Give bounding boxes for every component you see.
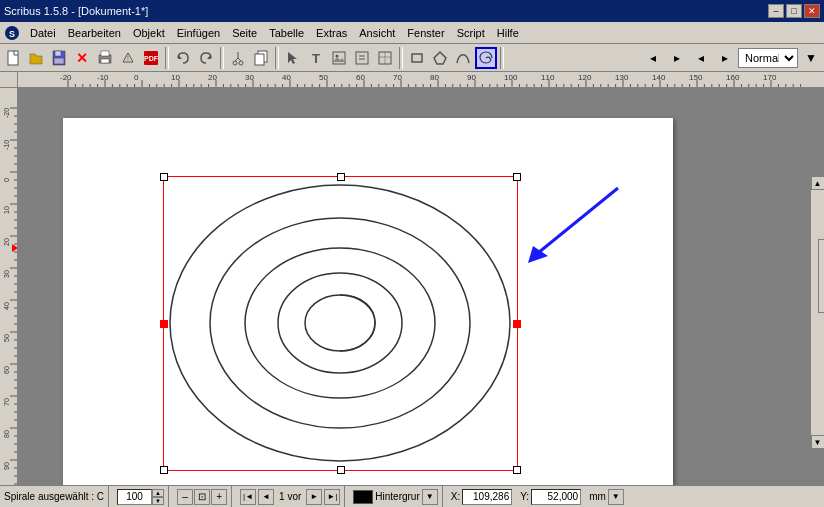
zoom-out-button[interactable]: – <box>177 489 193 505</box>
color-dropdown-button[interactable]: ▼ <box>422 489 438 505</box>
rect-button[interactable] <box>406 47 428 69</box>
close-button[interactable]: ✕ <box>804 4 820 18</box>
maximize-button[interactable]: □ <box>786 4 802 18</box>
page-indicator: 1 vor <box>276 491 304 502</box>
zoom-in-button[interactable]: + <box>211 489 227 505</box>
svg-rect-32 <box>412 54 422 62</box>
save-button[interactable] <box>48 47 70 69</box>
zoom-fit-button[interactable]: ⊡ <box>194 489 210 505</box>
svg-point-34 <box>170 185 510 461</box>
svg-rect-5 <box>54 58 64 64</box>
horizontal-ruler-container <box>0 72 824 88</box>
menu-seite[interactable]: Seite <box>226 25 263 41</box>
polygon-button[interactable] <box>429 47 451 69</box>
x-value: 109,286 <box>462 489 512 505</box>
menu-fenster[interactable]: Fenster <box>401 25 450 41</box>
svg-rect-26 <box>356 52 368 64</box>
menu-hilfe[interactable]: Hilfe <box>491 25 525 41</box>
menu-datei[interactable]: Datei <box>24 25 62 41</box>
status-object-text: Spirale ausgewählt : C <box>4 491 104 502</box>
copy-button[interactable] <box>250 47 272 69</box>
redo-button[interactable] <box>195 47 217 69</box>
spiral-object[interactable] <box>164 177 517 470</box>
unit-section: mm ▼ <box>585 489 624 505</box>
menu-ansicht[interactable]: Ansicht <box>353 25 401 41</box>
page-navigation: |◄ ◄ 1 vor ► ►| <box>236 486 345 507</box>
prev-page-button[interactable]: ◄ <box>258 489 274 505</box>
separator-2 <box>220 47 224 69</box>
last-page-button[interactable]: ►| <box>324 489 340 505</box>
vertical-scrollbar: ▲ ▼ <box>810 176 824 449</box>
status-zoom: ▲ ▼ <box>113 486 169 507</box>
toolbar-overflow-left[interactable]: ◂ <box>642 47 664 69</box>
canvas-area[interactable] <box>18 88 824 485</box>
menu-objekt[interactable]: Objekt <box>127 25 171 41</box>
menu-bearbeiten[interactable]: Bearbeiten <box>62 25 127 41</box>
next-page-button[interactable]: ► <box>306 489 322 505</box>
spiral-button[interactable] <box>475 47 497 69</box>
toolbar-overflow-right[interactable]: ▸ <box>666 47 688 69</box>
minimize-button[interactable]: – <box>768 4 784 18</box>
print-button[interactable] <box>94 47 116 69</box>
pdf-tools-button[interactable] <box>351 47 373 69</box>
table-button[interactable] <box>374 47 396 69</box>
unit-dropdown-button[interactable]: ▼ <box>608 489 624 505</box>
title-text: Scribus 1.5.8 - [Dokument-1*] <box>4 5 148 17</box>
svg-point-14 <box>233 61 237 65</box>
view-mode-select[interactable]: Normal <box>738 48 798 68</box>
scroll-up-button[interactable]: ▲ <box>811 176 825 190</box>
status-object-info: Spirale ausgewählt : C <box>4 486 109 507</box>
close-doc-button[interactable]: ✕ <box>71 47 93 69</box>
title-bar-buttons: – □ ✕ <box>768 4 820 18</box>
bezier-button[interactable] <box>452 47 474 69</box>
v-scroll-thumb[interactable] <box>818 239 825 313</box>
color-label: Hintergrur <box>373 491 421 502</box>
color-section: Hintergrur ▼ <box>349 486 442 507</box>
select-button[interactable] <box>282 47 304 69</box>
zoom-controls: – ⊡ + <box>173 486 232 507</box>
svg-rect-8 <box>101 51 109 56</box>
x-label: X: <box>451 491 460 502</box>
view-mode-arrow[interactable]: ▼ <box>800 47 822 69</box>
svg-marker-21 <box>288 52 297 64</box>
new-button[interactable] <box>2 47 24 69</box>
toolbar-more-left[interactable]: ◂ <box>690 47 712 69</box>
menu-script[interactable]: Script <box>451 25 491 41</box>
x-coordinate: X: 109,286 <box>447 489 512 505</box>
status-bar: Spirale ausgewählt : C ▲ ▼ – ⊡ + |◄ ◄ 1 … <box>0 485 824 507</box>
first-page-button[interactable]: |◄ <box>240 489 256 505</box>
zoom-up-button[interactable]: ▲ <box>152 489 164 497</box>
svg-text:PDF: PDF <box>144 55 159 62</box>
color-swatch[interactable] <box>353 490 373 504</box>
zoom-down-button[interactable]: ▼ <box>152 497 164 505</box>
image-button[interactable] <box>328 47 350 69</box>
text-button[interactable]: T <box>305 47 327 69</box>
document-page <box>63 118 673 485</box>
svg-point-37 <box>278 273 402 373</box>
zoom-input[interactable] <box>117 489 152 505</box>
svg-line-17 <box>238 58 241 61</box>
svg-rect-20 <box>255 54 264 65</box>
app-icon: S <box>2 23 22 43</box>
svg-rect-7 <box>101 59 109 63</box>
svg-text:!: ! <box>127 55 129 62</box>
svg-marker-25 <box>333 57 345 62</box>
svg-point-15 <box>239 61 243 65</box>
menu-bar: S Datei Bearbeiten Objekt Einfügen Seite… <box>0 22 824 44</box>
y-value: 52,000 <box>531 489 581 505</box>
toolbar-more-right[interactable]: ▸ <box>714 47 736 69</box>
scroll-down-button[interactable]: ▼ <box>811 435 825 449</box>
undo-button[interactable] <box>172 47 194 69</box>
menu-extras[interactable]: Extras <box>310 25 353 41</box>
svg-rect-2 <box>8 51 18 65</box>
cut-button[interactable] <box>227 47 249 69</box>
svg-point-36 <box>245 248 435 398</box>
ruler-corner <box>0 72 18 88</box>
pdf-button[interactable]: PDF <box>140 47 162 69</box>
preflight-button[interactable]: ! <box>117 47 139 69</box>
menu-tabelle[interactable]: Tabelle <box>263 25 310 41</box>
menu-einfuegen[interactable]: Einfügen <box>171 25 226 41</box>
open-button[interactable] <box>25 47 47 69</box>
separator-4 <box>399 47 403 69</box>
svg-text:S: S <box>9 29 15 39</box>
